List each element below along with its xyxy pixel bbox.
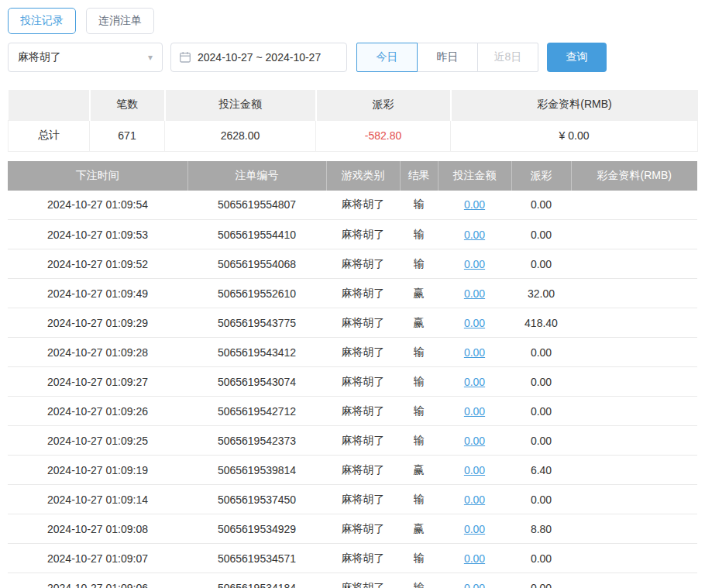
bet-amount-link[interactable]: 0.00 [464, 198, 485, 211]
query-button[interactable]: 查询 [547, 43, 607, 72]
bet-time-cell: 2024-10-27 01:09:27 [8, 367, 187, 397]
header-payout: 派彩 [511, 161, 571, 191]
bet-amount-link[interactable]: 0.00 [464, 493, 485, 506]
order-id-cell: 5065619534571 [187, 544, 326, 573]
last-8-days-button[interactable]: 近8日 [477, 43, 538, 72]
jackpot-cell [571, 367, 697, 397]
result-cell: 输 [400, 397, 438, 426]
header-game-type: 游戏类别 [326, 161, 400, 191]
summary-total-label: 总计 [9, 120, 90, 151]
table-row: 2024-10-27 01:09:495065619552610麻将胡了赢0.0… [8, 279, 697, 308]
summary-header-jackpot: 彩金资料(RMB) [451, 90, 698, 120]
bet-amount-link[interactable]: 0.00 [464, 405, 485, 418]
top-tabs: 投注记录 连消注单 [8, 8, 697, 34]
header-bet-amount: 投注金额 [438, 161, 511, 191]
summary-header-empty [9, 90, 90, 120]
bet-records-table: 下注时间 注单编号 游戏类别 结果 投注金额 派彩 彩金资料(RMB) 2024… [8, 161, 697, 588]
bet-amount-link[interactable]: 0.00 [464, 229, 485, 241]
betting-records-page: 投注记录 连消注单 麻将胡了 ▾ 2024-10-27 ~ 2024-10-27… [0, 0, 705, 588]
payout-cell: 0.00 [511, 485, 571, 514]
bet-amount-cell: 0.00 [438, 485, 511, 514]
bet-time-cell: 2024-10-27 01:09:28 [8, 338, 187, 367]
summary-table: 笔数 投注金额 派彩 彩金资料(RMB) 总计 671 2628.00 -582… [8, 90, 698, 152]
game-type-cell: 麻将胡了 [326, 308, 400, 338]
yesterday-button[interactable]: 昨日 [417, 43, 478, 72]
bet-amount-cell: 0.00 [438, 220, 511, 249]
payout-cell: 0.00 [511, 220, 571, 249]
tab-betting-records[interactable]: 投注记录 [8, 8, 76, 34]
jackpot-cell [571, 338, 697, 367]
payout-cell: 0.00 [511, 249, 571, 279]
bet-amount-link[interactable]: 0.00 [464, 523, 485, 535]
payout-cell: 0.00 [511, 397, 571, 426]
bet-amount-cell: 0.00 [438, 279, 511, 308]
order-id-cell: 5065619537450 [187, 485, 326, 514]
table-row: 2024-10-27 01:09:195065619539814麻将胡了赢0.0… [8, 456, 697, 485]
bet-amount-link[interactable]: 0.00 [464, 258, 485, 270]
bet-amount-cell: 0.00 [438, 308, 511, 338]
result-cell: 输 [400, 485, 438, 514]
calendar-icon [179, 51, 191, 64]
bet-amount-cell: 0.00 [438, 456, 511, 485]
bet-amount-link[interactable]: 0.00 [464, 582, 485, 588]
bet-amount-link[interactable]: 0.00 [464, 376, 485, 388]
bet-amount-cell: 0.00 [438, 426, 511, 456]
jackpot-cell [571, 573, 697, 588]
jackpot-cell [571, 279, 697, 308]
bet-amount-link[interactable]: 0.00 [464, 435, 485, 447]
order-id-cell: 5065619554410 [187, 220, 326, 249]
game-type-cell: 麻将胡了 [326, 485, 400, 514]
game-type-cell: 麻将胡了 [326, 191, 400, 220]
tab-cancelled-orders[interactable]: 连消注单 [86, 8, 154, 34]
bet-amount-link[interactable]: 0.00 [464, 464, 485, 476]
bet-time-cell: 2024-10-27 01:09:52 [8, 249, 187, 279]
order-id-cell: 5065619539814 [187, 456, 326, 485]
summary-total-row: 总计 671 2628.00 -582.80 ¥ 0.00 [9, 120, 698, 151]
bet-amount-cell: 0.00 [438, 573, 511, 588]
payout-cell: 0.00 [511, 544, 571, 573]
bet-amount-link[interactable]: 0.00 [464, 317, 485, 329]
bet-time-cell: 2024-10-27 01:09:07 [8, 544, 187, 573]
result-cell: 赢 [400, 514, 438, 544]
summary-total-count: 671 [90, 120, 165, 151]
payout-cell: 0.00 [511, 191, 571, 220]
jackpot-cell [571, 220, 697, 249]
game-type-cell: 麻将胡了 [326, 338, 400, 367]
bet-amount-cell: 0.00 [438, 191, 511, 220]
result-cell: 输 [400, 191, 438, 220]
game-type-cell: 麻将胡了 [326, 514, 400, 544]
payout-cell: 0.00 [511, 573, 571, 588]
bet-table-body: 2024-10-27 01:09:545065619554807麻将胡了输0.0… [8, 191, 697, 588]
game-select[interactable]: 麻将胡了 ▾ [8, 43, 163, 72]
result-cell: 输 [400, 367, 438, 397]
result-cell: 输 [400, 220, 438, 249]
result-cell: 输 [400, 544, 438, 573]
jackpot-cell [571, 426, 697, 456]
date-range-value: 2024-10-27 ~ 2024-10-27 [198, 51, 321, 64]
bet-time-cell: 2024-10-27 01:09:06 [8, 573, 187, 588]
table-row: 2024-10-27 01:09:525065619554068麻将胡了输0.0… [8, 249, 697, 279]
summary-header-count: 笔数 [90, 90, 165, 120]
jackpot-cell [571, 514, 697, 544]
bet-amount-cell: 0.00 [438, 514, 511, 544]
bet-amount-cell: 0.00 [438, 367, 511, 397]
bet-amount-link[interactable]: 0.00 [464, 287, 485, 300]
bet-amount-link[interactable]: 0.00 [464, 346, 485, 359]
table-row: 2024-10-27 01:09:265065619542712麻将胡了输0.0… [8, 397, 697, 426]
bet-time-cell: 2024-10-27 01:09:08 [8, 514, 187, 544]
game-type-cell: 麻将胡了 [326, 573, 400, 588]
payout-cell: 32.00 [511, 279, 571, 308]
payout-cell: 6.40 [511, 456, 571, 485]
date-range-input[interactable]: 2024-10-27 ~ 2024-10-27 [170, 43, 347, 72]
bet-amount-cell: 0.00 [438, 544, 511, 573]
jackpot-cell [571, 308, 697, 338]
bet-amount-link[interactable]: 0.00 [464, 552, 485, 565]
summary-total-payout: -582.80 [316, 120, 451, 151]
quick-date-button-group: 今日 昨日 近8日 [356, 43, 538, 72]
bet-time-cell: 2024-10-27 01:09:53 [8, 220, 187, 249]
payout-cell: 0.00 [511, 367, 571, 397]
result-cell: 赢 [400, 279, 438, 308]
table-row: 2024-10-27 01:09:295065619543775麻将胡了赢0.0… [8, 308, 697, 338]
game-type-cell: 麻将胡了 [326, 220, 400, 249]
today-button[interactable]: 今日 [356, 43, 418, 72]
